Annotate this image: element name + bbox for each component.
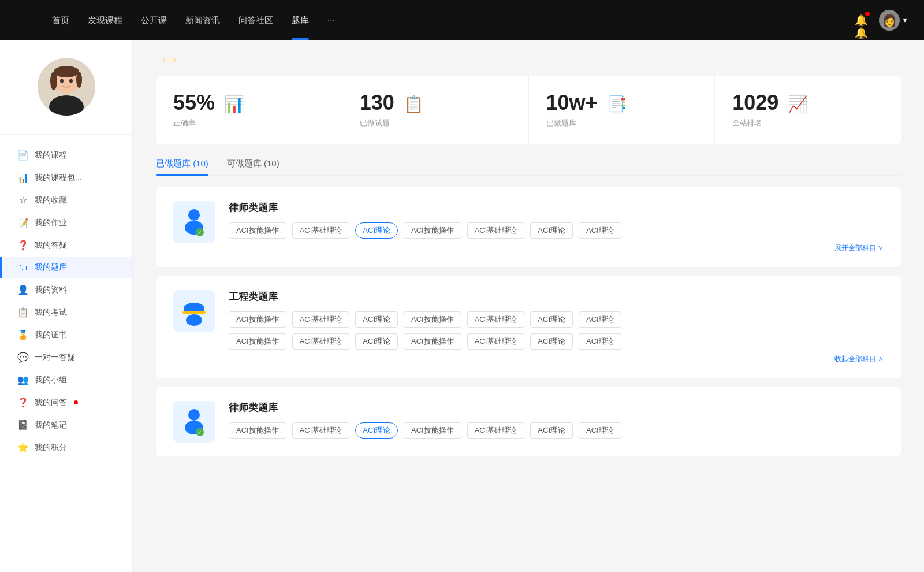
nav-item-首页[interactable]: 首页 [52,15,69,26]
stat-label-0: 正确率 [173,118,215,128]
sidebar-item-3[interactable]: 📝 我的作业 [0,211,132,234]
menu-label-4: 我的答疑 [35,240,67,251]
tag-1-2[interactable]: ACI理论 [355,311,398,328]
stat-number-0: 55% [173,92,215,113]
nav-item-问答社区[interactable]: 问答社区 [239,15,273,26]
bank-card-0: ✓ 律师类题库ACI技能操作ACI基础理论ACI理论ACI技能操作ACI基础理论… [156,187,901,267]
menu-icon-9: 💬 [17,352,29,363]
tag2-1-6[interactable]: ACI理论 [579,333,621,350]
menu-label-1: 我的课程包... [35,173,82,183]
navbar: 首页发现课程公开课新闻资讯问答社区题库··· 🔔 👩 ▾ [0,0,924,40]
tag2-1-2[interactable]: ACI理论 [355,333,398,350]
bank-info-2: 律师类题库ACI技能操作ACI基础理论ACI理论ACI技能操作ACI基础理论AC… [229,401,884,439]
sidebar-item-1[interactable]: 📊 我的课程包... [0,166,132,189]
tag-2-2[interactable]: ACI理论 [355,422,398,439]
stat-icon-1: 📋 [404,95,424,114]
tag-0-0[interactable]: ACI技能操作 [229,222,286,239]
bank-name-0: 律师类题库 [229,201,884,214]
tag-0-1[interactable]: ACI基础理论 [292,222,350,239]
nav-item-公开课[interactable]: 公开课 [141,15,167,26]
tab-item-0[interactable]: 已做题库 (10) [156,158,208,175]
tag-1-3[interactable]: ACI技能操作 [404,311,461,328]
sidebar-item-6[interactable]: 👤 我的资料 [0,278,132,301]
nav-item-新闻资讯[interactable]: 新闻资讯 [185,15,220,26]
tag-0-4[interactable]: ACI基础理论 [467,222,525,239]
menu-label-11: 我的问答 [35,398,67,408]
tag-1-5[interactable]: ACI理论 [530,311,573,328]
tag-0-3[interactable]: ACI技能操作 [404,222,461,239]
stat-text-1: 130 已做试题 [360,92,394,128]
tabs-row: 已做题库 (10)可做题库 (10) [156,158,901,176]
tag-1-1[interactable]: ACI基础理论 [292,311,350,328]
tag2-1-4[interactable]: ACI基础理论 [467,333,525,350]
stat-item-3: 1029 全站排名 📈 [715,76,901,144]
svg-point-6 [60,79,64,83]
menu-icon-13: ⭐ [17,442,29,453]
notification-bell-icon[interactable]: 🔔 [855,14,867,27]
profile-area [0,58,132,135]
sidebar-item-9[interactable]: 💬 一对一答疑 [0,346,132,369]
svg-point-8 [188,209,200,221]
menu-icon-10: 👥 [17,374,29,385]
nav-menu: 首页发现课程公开课新闻资讯问答社区题库··· [52,15,843,26]
menu-icon-7: 📋 [17,307,29,318]
bank-name-2: 律师类题库 [229,401,884,414]
tag-1-0[interactable]: ACI技能操作 [229,311,286,328]
tag2-1-5[interactable]: ACI理论 [530,333,573,350]
collapse-link-1[interactable]: 收起全部科目 ∧ [229,354,884,364]
tag-2-1[interactable]: ACI基础理论 [292,422,350,439]
tag-0-6[interactable]: ACI理论 [579,222,621,239]
menu-icon-8: 🏅 [17,329,29,340]
tag-2-4[interactable]: ACI基础理论 [467,422,525,439]
tag-2-3[interactable]: ACI技能操作 [404,422,461,439]
menu-label-9: 一对一答疑 [35,352,75,363]
sidebar-item-0[interactable]: 📄 我的课程 [0,144,132,166]
sidebar-item-2[interactable]: ☆ 我的收藏 [0,189,132,211]
tag-2-0[interactable]: ACI技能操作 [229,422,286,439]
sidebar-item-10[interactable]: 👥 我的小组 [0,369,132,391]
menu-label-2: 我的收藏 [35,195,67,206]
stat-item-0: 55% 正确率 📊 [156,76,342,144]
svg-text:✓: ✓ [198,430,202,436]
menu-icon-0: 📄 [17,150,29,161]
tag-2-5[interactable]: ACI理论 [530,422,573,439]
menu-icon-3: 📝 [17,217,29,228]
tag-0-5[interactable]: ACI理论 [530,222,573,239]
sidebar-item-13[interactable]: ⭐ 我的积分 [0,436,132,459]
bank-card-2: ✓ 律师类题库ACI技能操作ACI基础理论ACI理论ACI技能操作ACI基础理论… [156,387,901,456]
stat-icon-2: 📑 [607,95,627,114]
notification-badge [865,12,870,16]
tag2-1-0[interactable]: ACI技能操作 [229,333,286,350]
sidebar-item-8[interactable]: 🏅 我的证书 [0,324,132,346]
tag-0-2[interactable]: ACI理论 [355,222,398,239]
tag2-1-1[interactable]: ACI基础理论 [292,333,350,350]
menu-label-7: 我的考试 [35,307,67,318]
tag-1-6[interactable]: ACI理论 [579,311,621,328]
tags-row2-1: ACI技能操作ACI基础理论ACI理论ACI技能操作ACI基础理论ACI理论AC… [229,333,884,350]
svg-rect-15 [182,311,206,314]
sidebar-menu: 📄 我的课程 📊 我的课程包... ☆ 我的收藏 📝 我的作业 ❓ 我的答疑 🗂… [0,135,132,468]
tag-2-6[interactable]: ACI理论 [579,422,621,439]
tags-row-2: ACI技能操作ACI基础理论ACI理论ACI技能操作ACI基础理论ACI理论AC… [229,422,884,439]
svg-point-4 [50,72,57,90]
stat-text-3: 1029 全站排名 [732,92,778,128]
nav-item-···[interactable]: ··· [327,15,335,26]
tab-item-1[interactable]: 可做题库 (10) [227,158,280,175]
menu-icon-2: ☆ [17,195,29,206]
sidebar-item-5[interactable]: 🗂 我的题库 [0,257,132,278]
sidebar-item-7[interactable]: 📋 我的考试 [0,301,132,324]
tag2-1-3[interactable]: ACI技能操作 [404,333,461,350]
sidebar-item-4[interactable]: ❓ 我的答疑 [0,234,132,257]
nav-item-题库[interactable]: 题库 [292,15,309,26]
svg-point-16 [186,314,202,326]
page-wrapper: 📄 我的课程 📊 我的课程包... ☆ 我的收藏 📝 我的作业 ❓ 我的答疑 🗂… [0,40,924,572]
sidebar: 📄 我的课程 📊 我的课程包... ☆ 我的收藏 📝 我的作业 ❓ 我的答疑 🗂… [0,40,133,572]
stat-label-1: 已做试题 [360,118,394,128]
svg-point-3 [54,66,79,77]
nav-item-发现课程[interactable]: 发现课程 [88,15,122,26]
expand-link-0[interactable]: 展开全部科目 ∨ [229,243,884,253]
sidebar-item-12[interactable]: 📓 我的笔记 [0,414,132,436]
tag-1-4[interactable]: ACI基础理论 [467,311,525,328]
sidebar-item-11[interactable]: ❓ 我的问答 [0,391,132,414]
user-avatar-area[interactable]: 👩 ▾ [879,10,907,31]
